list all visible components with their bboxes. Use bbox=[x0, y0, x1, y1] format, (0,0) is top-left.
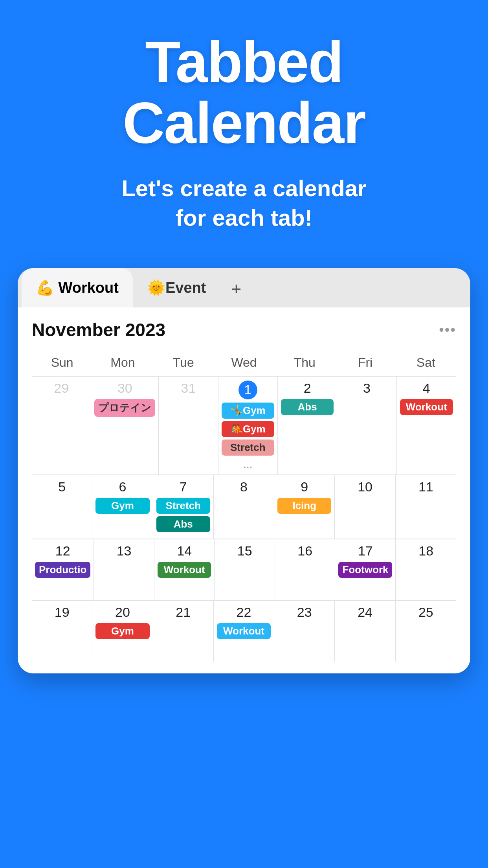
event-workout-22[interactable]: Workout bbox=[217, 623, 271, 639]
day-29[interactable]: 29 bbox=[32, 377, 91, 475]
day-20[interactable]: 20 Gym bbox=[92, 601, 153, 662]
dow-wed: Wed bbox=[214, 352, 274, 373]
more-events-1[interactable]: ... bbox=[222, 458, 274, 471]
dow-fri: Fri bbox=[335, 352, 395, 373]
day-3[interactable]: 3 bbox=[337, 377, 396, 475]
week-1: 29 30 プロテイン 31 1 🤸Gym 🤼Gym Stretch ... 2… bbox=[32, 376, 456, 475]
week-3: 12 Productio 13 14 Workout 15 16 17 Foot… bbox=[32, 539, 456, 600]
event-icing-9[interactable]: Icing bbox=[277, 498, 331, 514]
event-footwork-17[interactable]: Footwork bbox=[338, 562, 392, 578]
event-gym-1a[interactable]: 🤸Gym bbox=[222, 403, 274, 419]
dow-sat: Sat bbox=[396, 352, 456, 373]
tabs-bar: 💪 Workout 🌞Event + bbox=[18, 268, 470, 307]
day-14[interactable]: 14 Workout bbox=[154, 539, 215, 600]
event-gym-6[interactable]: Gym bbox=[95, 498, 149, 514]
day-31[interactable]: 31 bbox=[159, 377, 218, 475]
day-16[interactable]: 16 bbox=[275, 539, 336, 600]
day-30[interactable]: 30 プロテイン bbox=[91, 377, 159, 475]
calendar-body: November 2023 ••• Sun Mon Tue Wed Thu Fr… bbox=[18, 307, 470, 673]
calendar-card: 💪 Workout 🌞Event + November 2023 ••• Sun… bbox=[18, 268, 470, 673]
calendar-header: November 2023 ••• bbox=[32, 319, 456, 340]
dow-sun: Sun bbox=[32, 352, 92, 373]
day-11[interactable]: 11 bbox=[396, 475, 456, 539]
dow-thu: Thu bbox=[274, 352, 335, 373]
day-7[interactable]: 7 Stretch Abs bbox=[153, 475, 214, 539]
menu-dots[interactable]: ••• bbox=[439, 322, 456, 338]
event-abs-7[interactable]: Abs bbox=[156, 516, 210, 532]
event-production-12[interactable]: Productio bbox=[35, 562, 90, 578]
event-proteine[interactable]: プロテイン bbox=[94, 399, 155, 417]
tab-workout[interactable]: 💪 Workout bbox=[22, 268, 133, 307]
day-25[interactable]: 25 bbox=[396, 601, 456, 662]
event-gym-20[interactable]: Gym bbox=[95, 623, 149, 639]
day-6[interactable]: 6 Gym bbox=[92, 475, 153, 539]
days-of-week: Sun Mon Tue Wed Thu Fri Sat bbox=[32, 352, 456, 373]
day-23[interactable]: 23 bbox=[274, 601, 335, 662]
event-workout-14[interactable]: Workout bbox=[158, 562, 211, 578]
day-8[interactable]: 8 bbox=[214, 475, 274, 539]
event-stretch-1[interactable]: Stretch bbox=[222, 440, 274, 456]
tab-add-button[interactable]: + bbox=[220, 268, 252, 307]
day-5[interactable]: 5 bbox=[32, 475, 92, 539]
day-4[interactable]: 4 Workout bbox=[397, 377, 456, 475]
day-2[interactable]: 2 Abs bbox=[278, 377, 337, 475]
day-17[interactable]: 17 Footwork bbox=[335, 539, 396, 600]
app-title: TabbedCalendar bbox=[24, 31, 464, 154]
hero-section: TabbedCalendar Let's create a calendarfo… bbox=[0, 0, 488, 248]
day-22[interactable]: 22 Workout bbox=[214, 601, 274, 662]
day-12[interactable]: 12 Productio bbox=[32, 539, 94, 600]
dow-tue: Tue bbox=[153, 352, 214, 373]
event-stretch-7[interactable]: Stretch bbox=[156, 498, 210, 514]
day-13[interactable]: 13 bbox=[94, 539, 154, 600]
event-workout-4[interactable]: Workout bbox=[400, 399, 453, 415]
event-gym-1b[interactable]: 🤼Gym bbox=[222, 421, 274, 437]
event-abs-2[interactable]: Abs bbox=[281, 399, 334, 415]
day-10[interactable]: 10 bbox=[335, 475, 395, 539]
week-4: 19 20 Gym 21 22 Workout 23 24 25 bbox=[32, 600, 456, 662]
day-24[interactable]: 24 bbox=[335, 601, 395, 662]
day-1[interactable]: 1 🤸Gym 🤼Gym Stretch ... bbox=[218, 377, 278, 475]
day-9[interactable]: 9 Icing bbox=[274, 475, 335, 539]
tab-event[interactable]: 🌞Event bbox=[133, 268, 220, 307]
day-19[interactable]: 19 bbox=[32, 601, 92, 662]
day-21[interactable]: 21 bbox=[153, 601, 214, 662]
app-subtitle: Let's create a calendarfor each tab! bbox=[24, 173, 464, 233]
day-15[interactable]: 15 bbox=[215, 539, 275, 600]
dow-mon: Mon bbox=[92, 352, 153, 373]
week-2: 5 6 Gym 7 Stretch Abs 8 9 Icing 10 1 bbox=[32, 475, 456, 539]
month-title: November 2023 bbox=[32, 319, 165, 340]
day-18[interactable]: 18 bbox=[396, 539, 456, 600]
